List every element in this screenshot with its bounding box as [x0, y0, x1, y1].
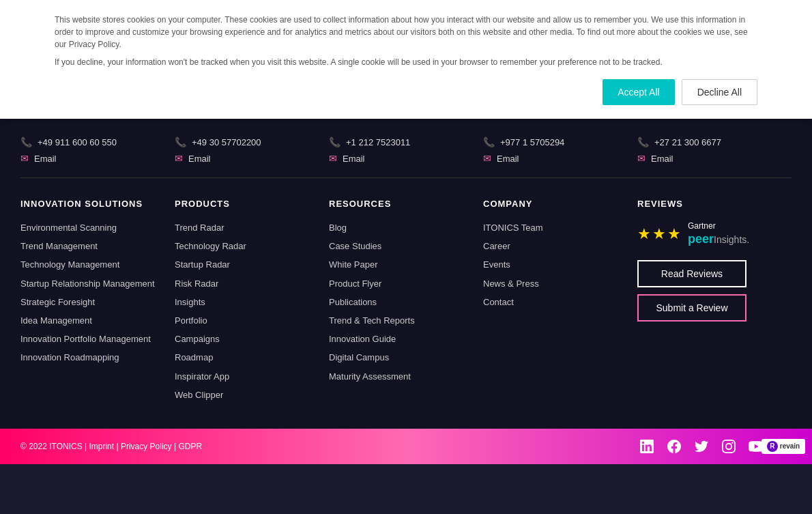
footer-col-resources: RESOURCES Blog Case Studies White Paper …: [329, 199, 483, 401]
linkedin-icon[interactable]: [639, 438, 655, 455]
innovation-link-7[interactable]: Innovation Roadmapping: [20, 352, 119, 362]
resource-link-1[interactable]: Case Studies: [329, 241, 381, 251]
product-link-9[interactable]: Web Clipper: [175, 390, 223, 400]
gartner-label: Gartner: [688, 221, 749, 231]
innovation-link-0[interactable]: Environmental Scanning: [20, 223, 117, 233]
email-link-4[interactable]: Email: [651, 154, 673, 164]
products-list: Trend Radar Technology Radar Startup Rad…: [175, 221, 329, 401]
email-item-4: ✉ Email: [637, 153, 792, 164]
revain-logo: R revain: [762, 439, 805, 454]
resource-link-6[interactable]: Innovation Guide: [329, 334, 396, 344]
product-link-1[interactable]: Technology Radar: [175, 241, 246, 251]
imprint-link[interactable]: Imprint: [89, 442, 114, 451]
phone-item-3: 📞 +977 1 5705294: [483, 137, 637, 147]
phone-number-3: +977 1 5705294: [500, 137, 564, 147]
list-item: Career: [483, 240, 637, 253]
email-link-3[interactable]: Email: [497, 154, 519, 164]
footer-col-products: PRODUCTS Trend Radar Technology Radar St…: [175, 199, 329, 401]
product-link-2[interactable]: Startup Radar: [175, 259, 230, 270]
product-link-4[interactable]: Insights: [175, 297, 205, 307]
phone-icon-4: 📞: [637, 137, 649, 147]
contact-col-4: 📞 +27 21 300 6677 ✉ Email: [637, 137, 792, 164]
list-item: Campaigns: [175, 332, 329, 345]
product-link-6[interactable]: Campaigns: [175, 334, 220, 344]
company-link-4[interactable]: Contact: [483, 297, 514, 307]
accept-all-button[interactable]: Accept All: [603, 79, 674, 105]
list-item: Case Studies: [329, 240, 483, 253]
cookie-buttons: Accept All Decline All: [55, 79, 757, 105]
resources-list: Blog Case Studies White Paper Product Fl…: [329, 221, 483, 383]
company-link-1[interactable]: Career: [483, 241, 510, 251]
insights-label: Insights.: [714, 234, 749, 245]
product-link-5[interactable]: Portfolio: [175, 315, 207, 326]
product-link-8[interactable]: Inspirator App: [175, 371, 229, 382]
innovation-link-4[interactable]: Strategic Foresight: [20, 297, 95, 307]
footer-col-innovation: INNOVATION SOLUTIONS Environmental Scann…: [20, 199, 175, 401]
instagram-icon[interactable]: [721, 438, 737, 455]
read-reviews-button[interactable]: Read Reviews: [637, 260, 746, 287]
innovation-title: INNOVATION SOLUTIONS: [20, 199, 175, 209]
innovation-link-5[interactable]: Idea Management: [20, 315, 92, 326]
innovation-link-1[interactable]: Trend Management: [20, 241, 98, 251]
phone-number-4: +27 21 300 6677: [654, 137, 721, 147]
email-item-0: ✉ Email: [20, 153, 175, 164]
list-item: Blog: [329, 221, 483, 234]
resource-link-5[interactable]: Trend & Tech Reports: [329, 315, 415, 326]
innovation-link-2[interactable]: Technology Management: [20, 259, 119, 270]
innovation-link-6[interactable]: Innovation Portfolio Management: [20, 334, 151, 344]
email-link-0[interactable]: Email: [34, 154, 57, 164]
footer-col-company: COMPANY ITONICS Team Career Events News …: [483, 199, 637, 401]
list-item: News & Press: [483, 277, 637, 290]
product-link-0[interactable]: Trend Radar: [175, 223, 224, 233]
resource-link-0[interactable]: Blog: [329, 223, 347, 233]
innovation-link-3[interactable]: Startup Relationship Management: [20, 279, 155, 289]
footer-nav: INNOVATION SOLUTIONS Environmental Scann…: [0, 199, 812, 429]
list-item: Innovation Portfolio Management: [20, 332, 175, 345]
company-link-0[interactable]: ITONICS Team: [483, 223, 543, 233]
list-item: Publications: [329, 296, 483, 309]
email-item-1: ✉ Email: [175, 153, 329, 164]
submit-review-button[interactable]: Submit a Review: [637, 294, 746, 322]
resource-link-4[interactable]: Publications: [329, 297, 377, 307]
revain-r-icon: R: [767, 441, 778, 452]
review-buttons: Read Reviews Submit a Review: [637, 260, 792, 322]
list-item: Environmental Scanning: [20, 221, 175, 234]
list-item: Technology Radar: [175, 240, 329, 253]
phone-number-0: +49 911 600 60 550: [38, 137, 117, 147]
company-link-3[interactable]: News & Press: [483, 279, 539, 289]
list-item: Trend Management: [20, 240, 175, 253]
list-item: Idea Management: [20, 314, 175, 327]
decline-all-button[interactable]: Decline All: [682, 79, 757, 105]
list-item: Trend Radar: [175, 221, 329, 234]
product-link-7[interactable]: Roadmap: [175, 352, 213, 362]
phone-number-2: +1 212 7523011: [346, 137, 410, 147]
contact-row: 📞 +49 911 600 60 550 ✉ Email 📞 +49 30 57…: [0, 137, 812, 177]
email-link-2[interactable]: Email: [343, 154, 365, 164]
phone-icon-2: 📞: [329, 137, 340, 147]
twitter-icon[interactable]: [693, 438, 710, 455]
resource-link-8[interactable]: Maturity Assessment: [329, 371, 411, 382]
star-1: ★: [637, 225, 651, 243]
list-item: Innovation Roadmapping: [20, 351, 175, 364]
list-item: Insights: [175, 296, 329, 309]
cookie-main-text: This website stores cookies on your comp…: [55, 14, 757, 51]
company-list: ITONICS Team Career Events News & Press …: [483, 221, 637, 309]
resource-link-7[interactable]: Digital Campus: [329, 352, 389, 362]
star-3: ★: [667, 225, 681, 243]
facebook-icon[interactable]: [666, 438, 682, 455]
resource-link-3[interactable]: Product Flyer: [329, 279, 381, 289]
innovation-list: Environmental Scanning Trend Management …: [20, 221, 175, 365]
privacy-link[interactable]: Privacy Policy: [121, 442, 172, 451]
email-link-1[interactable]: Email: [188, 154, 211, 164]
contact-col-0: 📞 +49 911 600 60 550 ✉ Email: [20, 137, 175, 164]
list-item: Startup Relationship Management: [20, 277, 175, 290]
resource-link-2[interactable]: White Paper: [329, 259, 378, 270]
list-item: Roadmap: [175, 351, 329, 364]
company-link-2[interactable]: Events: [483, 259, 510, 270]
list-item: Risk Radar: [175, 277, 329, 290]
gdpr-link[interactable]: GDPR: [178, 442, 202, 451]
email-icon-1: ✉: [175, 153, 183, 164]
revain-badge[interactable]: R revain: [775, 438, 792, 455]
list-item: Technology Management: [20, 258, 175, 271]
product-link-3[interactable]: Risk Radar: [175, 279, 218, 289]
